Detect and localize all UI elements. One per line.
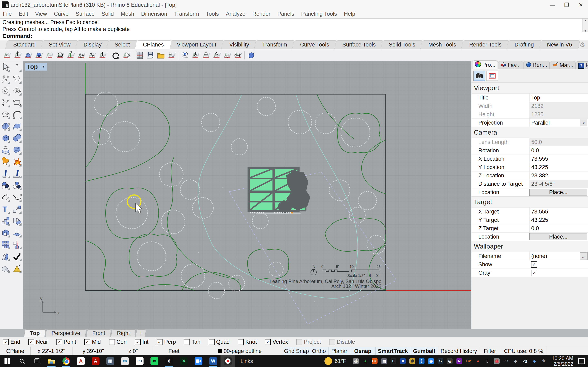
show-checkbox[interactable]: ✓ <box>531 261 537 268</box>
join-tool-icon[interactable] <box>0 251 11 262</box>
taskbar-screen-recorder-icon[interactable] <box>221 355 235 367</box>
object-intersection-tool-icon[interactable] <box>12 180 22 191</box>
cplane-world-icon[interactable] <box>34 50 44 60</box>
minimize-button[interactable]: ― <box>545 0 559 9</box>
close-button[interactable]: ✕ <box>574 0 588 9</box>
cplane-elevation-icon[interactable] <box>97 50 108 60</box>
osnap-mid[interactable]: ✓Mid <box>84 339 101 345</box>
tray-steam-icon[interactable]: S <box>436 356 445 366</box>
maximize-button[interactable]: ❐ <box>559 0 574 9</box>
record-history-toggle[interactable]: Record History <box>438 347 480 355</box>
viewport-title-label[interactable]: Top ▼ <box>25 63 47 71</box>
property-value[interactable]: 43.225 <box>529 163 588 171</box>
toolbar-tab-visibility[interactable]: Visibility <box>221 40 257 49</box>
toolbar-tab-render-tools[interactable]: Render Tools <box>461 40 510 49</box>
tray-ccleaner-icon[interactable]: CC <box>370 356 379 366</box>
checkbox[interactable]: ✓ <box>28 339 34 345</box>
menu-edit[interactable]: Edit <box>19 11 28 17</box>
tray-printer-error-icon[interactable]: ⎙ <box>351 356 361 366</box>
checkbox[interactable]: ✓ <box>84 339 90 345</box>
revolve-tool-icon[interactable] <box>0 145 11 155</box>
box-tool-icon[interactable] <box>0 133 11 143</box>
tray-battery-icon[interactable]: ▯ <box>483 356 492 366</box>
pyramid-tool-icon[interactable] <box>12 263 22 274</box>
command-history-scrollbar[interactable]: ▲▼ <box>582 18 588 33</box>
rectangle-tool-icon[interactable] <box>12 98 22 108</box>
osnap-point[interactable]: ✓Point <box>56 339 76 345</box>
rotate-tool-icon[interactable] <box>12 216 22 226</box>
text-tool-icon[interactable]: T <box>0 204 11 215</box>
copy-cplane-icon[interactable] <box>166 50 177 60</box>
surface-from-curves-tool-icon[interactable] <box>12 121 22 132</box>
tray-chrome-tray-icon[interactable]: ● <box>473 356 483 366</box>
tray-scanner-icon[interactable]: ▤ <box>379 356 389 366</box>
menu-file[interactable]: File <box>3 11 12 17</box>
taskbar-spotify-icon[interactable]: ≈ <box>147 355 162 367</box>
toolbar-tab-viewport-layout[interactable]: Viewport Layout <box>169 40 224 49</box>
menu-tools[interactable]: Tools <box>206 11 219 17</box>
taskbar-start-icon[interactable] <box>0 355 15 367</box>
menu-transform[interactable]: Transform <box>174 11 199 17</box>
menu-mesh[interactable]: Mesh <box>121 11 134 17</box>
curve-through-points-tool-icon[interactable] <box>12 74 22 84</box>
osnap-near[interactable]: ✓Near <box>28 339 48 345</box>
surface-patch-tool-icon[interactable] <box>12 145 22 155</box>
ellipse-tool-icon[interactable] <box>12 86 22 96</box>
toolbar-gear-icon[interactable]: ⚙ <box>580 41 585 48</box>
menu-help[interactable]: Help <box>344 11 355 17</box>
copy-tool-icon[interactable] <box>0 216 11 226</box>
menu-dimension[interactable]: Dimension <box>141 11 167 17</box>
sphere-tool-icon[interactable] <box>12 133 22 143</box>
tray-zoom-tray-icon[interactable]: ◉ <box>426 356 436 366</box>
tray-pen-icon[interactable]: ✎ <box>539 356 548 366</box>
previous-cplane-icon[interactable] <box>222 50 233 60</box>
panel-tab-help[interactable]: ?Help <box>576 61 588 69</box>
back-cplane-icon[interactable] <box>201 50 211 60</box>
place-button[interactable]: Place... <box>529 189 587 196</box>
cplane-indicator[interactable]: CPlane <box>0 347 31 355</box>
import-cplane-icon[interactable] <box>156 50 166 60</box>
osnap-end[interactable]: ✓End <box>3 339 20 345</box>
viewport-tab-right[interactable]: Right <box>111 329 136 337</box>
move-tool-icon[interactable] <box>12 204 22 215</box>
checkbox[interactable]: ✓ <box>156 339 163 345</box>
menu-solid[interactable]: Solid <box>102 11 114 17</box>
toolbar-tab-set-view[interactable]: Set View <box>41 40 78 49</box>
taskbar-media-encoder-icon[interactable]: ✕ <box>176 355 191 367</box>
tray-epic-games-icon[interactable]: E <box>389 356 398 366</box>
osnap-quad[interactable]: Quad <box>209 339 230 345</box>
tray-printer-offline-icon[interactable]: ⎙ <box>492 356 502 366</box>
checkbox[interactable]: ✓ <box>135 339 141 345</box>
tray-wifi-icon[interactable]: ◠ <box>502 356 511 366</box>
osnap-tan[interactable]: Tan <box>184 339 200 345</box>
gray-checkbox[interactable]: ✓ <box>531 270 537 276</box>
world-cplane-box-icon[interactable] <box>246 50 256 60</box>
surface-from-points-tool-icon[interactable] <box>0 121 11 132</box>
cplane-to-surface-icon[interactable] <box>86 50 97 60</box>
property-value[interactable]: 43.225 <box>529 216 588 224</box>
taskbar-search-icon[interactable] <box>15 355 29 367</box>
panel-tab-ren[interactable]: Ren... <box>523 61 550 69</box>
arc-tool-icon[interactable] <box>0 98 11 108</box>
toolbar-tab-drafting[interactable]: Drafting <box>507 40 542 49</box>
command-history[interactable]: Creating meshes... Press Esc to cancel P… <box>0 18 588 33</box>
add-viewport-tab-button[interactable]: + <box>136 329 146 337</box>
toolbar-tab-display[interactable]: Display <box>75 40 110 49</box>
fillet-curve-tool-icon[interactable] <box>0 192 11 203</box>
tray-google-drive-icon[interactable]: ▲ <box>361 356 370 366</box>
filter-toggle[interactable]: Filter <box>480 347 500 355</box>
toggle-smarttrack[interactable]: SmartTrack <box>376 347 410 355</box>
extrude-tool-icon[interactable] <box>12 227 22 238</box>
control-point-curve-tool-icon[interactable] <box>0 74 11 84</box>
chevron-down-icon[interactable]: ▼ <box>42 65 45 69</box>
checkbox[interactable] <box>109 339 115 345</box>
create-solid-tool-icon[interactable] <box>0 263 11 274</box>
fillet-corner-tool-icon[interactable] <box>12 109 22 120</box>
menu-view[interactable]: View <box>35 11 47 17</box>
place-button[interactable]: Place... <box>529 233 587 240</box>
project-to-cplane-icon[interactable] <box>190 50 201 60</box>
viewport-tab-top[interactable]: Top <box>24 329 46 337</box>
taskbar-calculator-icon[interactable]: ▦ <box>103 355 118 367</box>
menu-analyze[interactable]: Analyze <box>226 11 245 17</box>
scroll-up-icon[interactable]: ▲ <box>584 18 587 22</box>
